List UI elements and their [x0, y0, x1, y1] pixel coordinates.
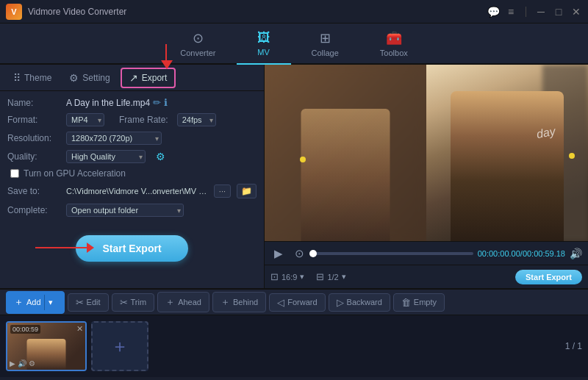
format-select-wrapper: MP4MOVAVI — [66, 113, 104, 126]
tab-mv[interactable]: 🖼 MV — [237, 24, 291, 65]
collage-icon: ⊞ — [320, 30, 331, 46]
tab-converter[interactable]: ⊙ Converter — [159, 24, 236, 65]
add-dropdown-icon[interactable]: ▾ — [44, 295, 57, 310]
complete-row: Complete: Open output folderDo nothing — [7, 204, 257, 217]
preview-area: day — [265, 65, 588, 241]
clip-close-icon[interactable]: ✕ — [76, 324, 83, 334]
quality-label: Quality: — [7, 151, 60, 162]
complete-label: Complete: — [7, 205, 60, 215]
start-export-sm-button[interactable]: Start Export — [515, 270, 582, 284]
page-count: 1 / 1 — [565, 341, 582, 351]
name-row: Name: A Day in the Life.mp4 ✏ ℹ — [7, 97, 257, 108]
chat-icon[interactable]: 💬 — [487, 6, 499, 18]
export-form: Name: A Day in the Life.mp4 ✏ ℹ Format: … — [0, 91, 264, 228]
right-panel: day ▶ ⊙ 00:00:00.00/00:00:59.18 🔊 ⊡ — [265, 65, 588, 288]
start-export-container: Start Export — [0, 228, 264, 268]
frame-rate-select-wrapper: 24fps30fps60fps — [177, 113, 216, 126]
ratio-group: ⊡ 16:9 ▾ — [270, 271, 304, 282]
clip-settings-icon[interactable]: ⚙ — [29, 359, 35, 368]
format-row: Format: MP4MOVAVI Frame Rate: 24fps30fps… — [7, 113, 257, 126]
name-info-icon[interactable]: ℹ — [164, 97, 168, 108]
frame-rate-select[interactable]: 24fps30fps60fps — [177, 113, 216, 126]
converter-icon: ⊙ — [193, 30, 204, 46]
trim-label: Trim — [131, 298, 147, 306]
close-button[interactable]: ✕ — [570, 6, 582, 18]
sub-nav: ⠿ Theme ⚙ Setting ↗ Export — [0, 65, 264, 91]
theme-button[interactable]: ⠿ Theme — [6, 69, 59, 87]
trim-button[interactable]: ✂ Trim — [112, 293, 155, 312]
resolution-row: Resolution: 1280x720 (720p)1920x1080 (10… — [7, 132, 257, 145]
resolution-select-wrapper: 1280x720 (720p)1920x1080 (1080p) — [66, 132, 162, 145]
clip-controls: ▶ 🔊 ⚙ — [10, 359, 35, 368]
export-label: Export — [142, 73, 168, 83]
saveto-label: Save to: — [7, 186, 60, 196]
zoom-label[interactable]: 1/2 — [327, 273, 338, 282]
tab-toolbox[interactable]: 🧰 Toolbox — [359, 24, 429, 65]
complete-select[interactable]: Open output folderDo nothing — [66, 204, 184, 217]
clip-play-icon[interactable]: ▶ — [10, 359, 15, 368]
add-clip-button[interactable]: ＋ — [91, 321, 148, 371]
main-nav: ⊙ Converter 🖼 MV ⊞ Collage 🧰 Toolbox — [0, 24, 588, 65]
play-button[interactable]: ▶ — [270, 245, 287, 262]
clip-sound-icon[interactable]: 🔊 — [18, 359, 26, 368]
forward-label: Forward — [287, 298, 317, 306]
add-label: Add — [26, 298, 41, 306]
gpu-row: Turn on GPU Acceleration — [7, 168, 257, 179]
saveto-value: C:\Vidmore\Vidmore V...onverter\MV Expor… — [66, 187, 208, 196]
resolution-label: Resolution: — [7, 133, 60, 143]
app-title: Vidmore Video Converter — [28, 7, 487, 17]
empty-icon: 🗑 — [401, 297, 411, 308]
name-label: Name: — [7, 98, 60, 108]
ratio-label[interactable]: 16:9 — [282, 273, 297, 282]
titlebar: V Vidmore Video Converter 💬 ≡ ─ □ ✕ — [0, 0, 588, 24]
quality-row: Quality: High QualityStandard Quality ⚙ — [7, 150, 257, 163]
setting-button[interactable]: ⚙ Setting — [62, 69, 117, 87]
add-button[interactable]: ＋ Add ▾ — [6, 291, 65, 314]
maximize-button[interactable]: □ — [553, 6, 564, 18]
tab-collage-label: Collage — [312, 49, 339, 57]
export-button[interactable]: ↗ Export — [121, 68, 176, 88]
player-controls: ▶ ⊙ 00:00:00.00/00:00:59.18 🔊 — [265, 241, 588, 265]
name-edit-icon[interactable]: ✏ — [153, 97, 161, 108]
edit-button[interactable]: ✂ Edit — [68, 293, 109, 312]
format-select[interactable]: MP4MOVAVI — [66, 113, 104, 126]
empty-label: Empty — [414, 298, 437, 306]
toolbox-icon: 🧰 — [386, 30, 402, 46]
empty-button[interactable]: 🗑 Empty — [393, 293, 445, 312]
ahead-label: Ahead — [178, 298, 201, 306]
saveto-row: Save to: C:\Vidmore\Vidmore V...onverter… — [7, 184, 257, 198]
ratio-dropdown-icon[interactable]: ▾ — [300, 272, 304, 282]
resolution-select[interactable]: 1280x720 (720p)1920x1080 (1080p) — [66, 132, 162, 145]
gpu-checkbox[interactable] — [10, 169, 19, 178]
menu-icon[interactable]: ≡ — [505, 6, 517, 18]
backward-label: Backward — [347, 298, 382, 306]
stop-button[interactable]: ⊙ — [291, 245, 307, 262]
time-display: 00:00:00.00/00:00:59.18 — [478, 249, 565, 258]
minimize-button[interactable]: ─ — [535, 6, 547, 18]
timeline-clip[interactable]: 00:00:59 ▶ 🔊 ⚙ ✕ — [6, 321, 87, 371]
behind-icon: ＋ — [220, 295, 230, 309]
progress-bar[interactable] — [312, 252, 473, 255]
edit-label: Edit — [87, 298, 101, 306]
backward-icon: ▷ — [337, 297, 344, 308]
tab-collage[interactable]: ⊞ Collage — [291, 24, 359, 65]
player-controls-2: ⊡ 16:9 ▾ ⊟ 1/2 ▾ Start Export — [265, 265, 588, 288]
ratio-frame-icon: ⊡ — [270, 271, 279, 282]
start-export-button[interactable]: Start Export — [76, 235, 187, 262]
backward-button[interactable]: ▷ Backward — [329, 293, 390, 312]
ahead-button[interactable]: ＋ Ahead — [157, 292, 209, 312]
quality-select[interactable]: High QualityStandard Quality — [66, 150, 146, 163]
zoom-dropdown-icon[interactable]: ▾ — [342, 272, 346, 282]
volume-icon[interactable]: 🔊 — [570, 248, 582, 259]
export-icon: ↗ — [129, 72, 138, 84]
saveto-folder-button[interactable]: 📁 — [237, 184, 257, 198]
quality-gear-icon[interactable]: ⚙ — [156, 151, 165, 162]
clip-time: 00:00:59 — [10, 325, 40, 334]
timeline: 00:00:59 ▶ 🔊 ⚙ ✕ ＋ 1 / 1 — [0, 315, 588, 377]
video-thumbnail: day — [426, 65, 588, 241]
setting-label: Setting — [82, 73, 110, 83]
saveto-browse-button[interactable]: ··· — [214, 184, 231, 198]
behind-button[interactable]: ＋ Behind — [212, 292, 266, 312]
forward-button[interactable]: ◁ Forward — [269, 293, 325, 312]
theme-icon: ⠿ — [13, 72, 21, 84]
